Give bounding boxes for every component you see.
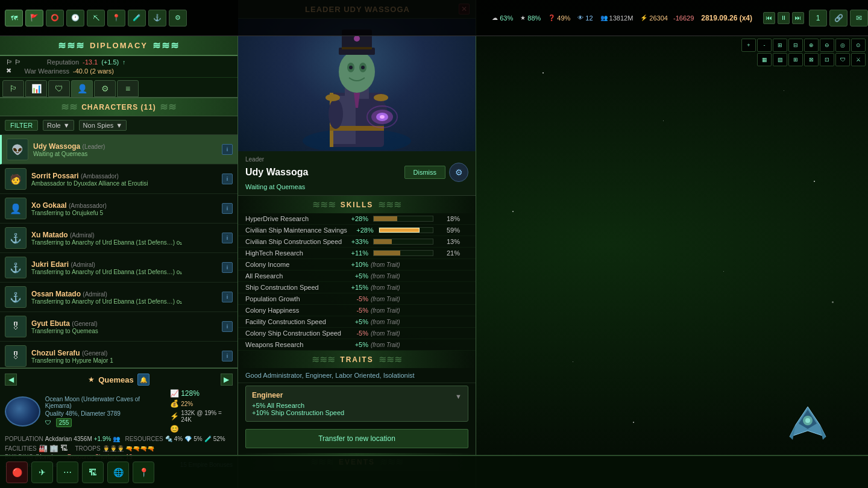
- char-avatar-0: 👽: [7, 139, 28, 160]
- income-pct: 22%: [181, 401, 193, 407]
- res-icon3: 🧪: [204, 436, 212, 442]
- nav-icon-pick[interactable]: ⛏: [87, 10, 105, 27]
- char-avatar-3: ⚓: [5, 227, 27, 249]
- char-badge-4: i: [222, 262, 233, 273]
- ctrl-btn-6[interactable]: ⊖: [820, 39, 834, 52]
- notif-btn-links[interactable]: 🔗: [829, 10, 848, 27]
- dismiss-btn[interactable]: Dismiss: [404, 166, 446, 179]
- bottom-btn-dots[interactable]: ⋯: [57, 461, 78, 483]
- credits-change: [670, 14, 671, 22]
- ctrl-btn-14[interactable]: 🛡: [835, 53, 850, 66]
- char-item-1[interactable]: 🧑 Sorrit Possari (Ambassador) Ambassador…: [0, 164, 237, 194]
- spaceship-decoration: [784, 404, 832, 440]
- ctrl-btn-8[interactable]: ⊙: [851, 39, 866, 52]
- nav-icon-flask[interactable]: 🧪: [128, 10, 146, 27]
- ctrl-btn-9[interactable]: ▦: [757, 53, 772, 66]
- ctrl-btn-15[interactable]: ⚔: [851, 53, 866, 66]
- reputation-line: 🏳 🏳 Reputation -13.1 (+1.5) ↑: [6, 58, 231, 66]
- nav-icon-flag[interactable]: 🚩: [25, 10, 43, 27]
- pop-label: POPULATION: [5, 436, 43, 442]
- tab-flag[interactable]: 🏳: [2, 80, 24, 97]
- ctrl-btn-3[interactable]: ⊞: [773, 39, 787, 52]
- char-badge-5: i: [222, 292, 233, 302]
- nav-icon-clock[interactable]: 🕐: [66, 10, 84, 27]
- planet-next-btn[interactable]: ▶: [221, 374, 233, 386]
- stat-credits: ⚡ 26304 -16629: [640, 14, 694, 22]
- skill-row-0: HyperDrive Research +28% 18%: [238, 213, 476, 225]
- bottom-btn-ship[interactable]: ✈: [31, 461, 53, 483]
- stat-approval: ★ 88%: [520, 14, 541, 22]
- char-avatar-5: ⚓: [5, 286, 27, 308]
- ctrl-btn-5[interactable]: ⊕: [804, 39, 819, 52]
- nav-icon-circle[interactable]: ⭕: [46, 10, 64, 27]
- skill-bonus-9: +5%: [344, 318, 368, 325]
- nav-icon-map[interactable]: 🗺: [5, 10, 23, 27]
- notif-btn-mail[interactable]: ✉: [850, 10, 868, 27]
- bottom-btn-pin[interactable]: 📍: [133, 461, 154, 483]
- planet-notif-btn[interactable]: 🔔: [137, 374, 149, 386]
- nav-icon-pin[interactable]: 📍: [107, 10, 125, 27]
- diplomacy-tabs: 🏳 📊 🛡 👤 ⚙ ≡: [0, 78, 237, 98]
- char-status-4: Transferring to Anarchy of Urd Ebanna (1…: [31, 269, 217, 275]
- ctrl-zoom-in[interactable]: +: [741, 39, 756, 52]
- ctrl-btn-12[interactable]: ⊠: [804, 53, 819, 66]
- traits-header: ≋≋≋ TRAITS ≋≋≋: [238, 351, 476, 368]
- troops-label: TROOPS: [75, 445, 100, 452]
- planet-shield-value: 255: [56, 418, 72, 427]
- right-controls: + - ⊞ ⊟ ⊕ ⊖ ◎ ⊙ ▦ ▧ ⊞ ⊠ ⊡ 🛡 ⚔: [739, 36, 868, 69]
- happiness-icon: ☁: [492, 14, 498, 21]
- bottom-btn-alert[interactable]: 🔴: [6, 461, 28, 483]
- filter-role-select[interactable]: Role ▼: [43, 120, 74, 131]
- troop-icons: 👨‍✈️👨‍✈️👨‍✈️ 🔫🔫🔫🔫: [102, 445, 155, 452]
- bottom-btn-globe[interactable]: 🌐: [107, 461, 129, 483]
- notification-area: 1 🔗 ✉: [809, 10, 868, 27]
- credits-change-val: -16629: [673, 14, 694, 22]
- skill-value-9: (from Trait): [371, 319, 400, 325]
- skill-row-5: All Research +5% (from Trait): [238, 271, 476, 282]
- tooltip-close-btn[interactable]: ▼: [455, 393, 462, 400]
- ctrl-btn-11[interactable]: ⊞: [788, 53, 803, 66]
- skill-row-2: Civilian Ship Construction Speed +33% 13…: [238, 236, 476, 248]
- rewind-btn[interactable]: ⏮: [763, 12, 775, 24]
- filter-role-label: Role: [47, 122, 61, 129]
- nav-icon-gear[interactable]: ⚙: [169, 10, 187, 27]
- char-item-6[interactable]: 🎖 Gyut Ebuta (General) Transferring to Q…: [0, 312, 237, 342]
- approval-value: 88%: [527, 14, 541, 22]
- filter-type-select[interactable]: Non Spies ▼: [79, 120, 127, 131]
- tab-person[interactable]: 👤: [71, 80, 93, 97]
- notif-btn-badge[interactable]: 1: [809, 10, 827, 27]
- planet-prev-btn[interactable]: ◀: [5, 374, 17, 386]
- char-item-4[interactable]: ⚓ Jukri Edari (Admiral) Transferring to …: [0, 253, 237, 283]
- tab-bars[interactable]: ≡: [117, 80, 139, 97]
- tab-gear2[interactable]: ⚙: [94, 80, 116, 97]
- char-item-5[interactable]: ⚓ Ossan Matado (Admiral) Transferring to…: [0, 283, 237, 312]
- char-item-3[interactable]: ⚓ Xu Matado (Admiral) Transferring to An…: [0, 224, 237, 253]
- planet-pop-growth-stat: 📈 128%: [170, 389, 233, 398]
- char-info-1: Sorrit Possari (Ambassador) Ambassador t…: [31, 172, 217, 187]
- nav-icon-ships[interactable]: ⚓: [148, 10, 166, 27]
- char-item-7[interactable]: 🎖 Chozul Serafu (General) Transferring t…: [0, 342, 237, 371]
- ctrl-btn-13[interactable]: ⊡: [820, 53, 834, 66]
- transfer-btn[interactable]: Transfer to new location: [245, 429, 468, 448]
- char-item-2[interactable]: 👤 Xo Gokaal (Ambassador) Transferring to…: [0, 194, 237, 224]
- alert-icon: ❓: [548, 14, 555, 21]
- skill-row-8: Colony Happiness -5% (from Trait): [238, 305, 476, 316]
- ctrl-btn-10[interactable]: ▧: [773, 53, 787, 66]
- spaceship-svg: [784, 404, 832, 440]
- ctrl-btn-7[interactable]: ◎: [835, 39, 850, 52]
- tab-shield[interactable]: 🛡: [48, 80, 70, 97]
- leader-info-bar: Leader Udy Wassoga Dismiss ⚙ Waiting at …: [238, 151, 476, 196]
- ctrl-zoom-out[interactable]: -: [757, 39, 772, 52]
- pause-btn[interactable]: ⏸: [778, 12, 790, 24]
- skill-value-0: 18%: [438, 215, 468, 222]
- ctrl-btn-4[interactable]: ⊟: [788, 39, 803, 52]
- pop-row: POPULATION Ackdarian 4356M +1.9% 👥: [5, 436, 120, 442]
- char-item-0[interactable]: 👽 Udy Wassoga (Leader) Waiting at Quemea…: [0, 135, 237, 164]
- skill-bonus-6: +15%: [344, 284, 368, 291]
- rep-icon: 🏳 🏳: [6, 58, 21, 66]
- skills-deco-right: ≋≋≋: [378, 199, 401, 210]
- bottom-btn-build[interactable]: 🏗: [82, 461, 104, 483]
- svg-point-10: [349, 66, 353, 69]
- tab-chart[interactable]: 📊: [25, 80, 47, 97]
- fast-forward-btn[interactable]: ⏭: [792, 12, 804, 24]
